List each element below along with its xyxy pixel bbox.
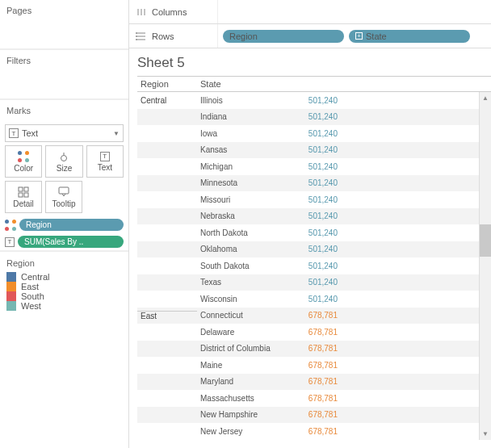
cell-state: Massachusetts [197, 394, 294, 403]
legend-item[interactable]: South [6, 291, 122, 301]
table-row[interactable]: Delaware678,781 [137, 324, 479, 341]
cell-value: 501,240 [294, 211, 341, 220]
table-row[interactable]: Minnesota501,240 [137, 175, 479, 192]
table-row[interactable]: South Dakota501,240 [137, 257, 479, 274]
table-row[interactable]: Indiana501,240 [137, 109, 479, 126]
filters-header: Filters [0, 50, 128, 71]
scrollbar[interactable]: ▲ ▼ [479, 92, 491, 440]
cell-state: Wisconsin [197, 295, 294, 304]
cell-value: 678,781 [294, 344, 341, 353]
columns-icon [136, 7, 147, 17]
cell-value: 501,240 [294, 162, 341, 171]
rows-icon [136, 31, 147, 41]
marks-size-button[interactable]: Size [45, 145, 82, 178]
cell-region: Central [137, 96, 197, 105]
cell-state: Kansas [197, 145, 294, 154]
columns-shelf[interactable]: Columns [129, 0, 491, 24]
cell-state: Delaware [197, 328, 294, 337]
table-row[interactable]: Michigan501,240 [137, 158, 479, 175]
table-row[interactable]: North Dakota501,240 [137, 224, 479, 241]
legend-item[interactable]: Central [6, 272, 122, 282]
filters-panel: Filters [0, 50, 128, 100]
cell-state: Minnesota [197, 178, 294, 187]
table-row[interactable]: Missouri501,240 [137, 191, 479, 208]
color-icon [18, 151, 29, 162]
cell-state: New Jersey [197, 427, 294, 436]
table-row[interactable]: Massachusetts678,781 [137, 390, 479, 407]
cell-value: 501,240 [294, 295, 341, 304]
legend-swatch [6, 301, 16, 311]
cell-state: South Dakota [197, 262, 294, 270]
cell-value: 678,781 [294, 377, 341, 386]
marks-panel: Marks T Text ▼ Color Size T Text [0, 100, 128, 252]
table-row[interactable]: EastConnecticut678,781 [137, 308, 479, 324]
columns-label: Columns [152, 7, 187, 17]
svg-rect-4 [19, 193, 23, 197]
scroll-up-icon[interactable]: ▲ [480, 92, 491, 103]
table-row[interactable]: CentralIllinois501,240 [137, 92, 479, 109]
row-pill-state[interactable]: + State [349, 30, 470, 43]
table-row[interactable]: Oklahoma501,240 [137, 241, 479, 258]
marks-pill-sum[interactable]: SUM(Sales By .. [18, 236, 124, 248]
svg-rect-6 [59, 187, 69, 194]
svg-point-15 [136, 39, 137, 40]
marks-text-button[interactable]: T Text [86, 145, 124, 178]
table-row[interactable]: Kansas501,240 [137, 142, 479, 159]
table-row[interactable]: New Jersey678,781 [137, 423, 479, 440]
cell-state: Missouri [197, 195, 294, 204]
marks-color-button[interactable]: Color [5, 145, 42, 178]
cell-value: 678,781 [294, 427, 341, 436]
marks-tooltip-button[interactable]: Tooltip [45, 181, 82, 213]
svg-rect-5 [24, 193, 28, 197]
marks-type-select[interactable]: T Text ▼ [5, 124, 124, 142]
pages-header: Pages [0, 0, 128, 21]
cell-value: 501,240 [294, 278, 341, 287]
cell-state: Maine [197, 361, 294, 370]
scroll-down-icon[interactable]: ▼ [480, 429, 491, 440]
legend-swatch [6, 291, 16, 301]
table-row[interactable]: Texas501,240 [137, 274, 479, 291]
detail-icon [18, 186, 29, 198]
rows-shelf[interactable]: Rows Region + State [129, 24, 491, 48]
table-row[interactable]: Maryland678,781 [137, 374, 479, 391]
table-row[interactable]: Nebraska501,240 [137, 208, 479, 225]
table-row[interactable]: New Hampshire678,781 [137, 407, 479, 424]
table-row[interactable]: District of Columbia678,781 [137, 341, 479, 358]
table-row[interactable]: Wisconsin501,240 [137, 291, 479, 308]
text-icon: T [9, 128, 19, 138]
expand-icon[interactable]: + [355, 32, 363, 40]
legend-swatch [6, 282, 16, 291]
sheet-title[interactable]: Sheet 5 [137, 55, 491, 71]
row-pill-region[interactable]: Region [223, 30, 344, 43]
cell-state: Indiana [197, 112, 294, 121]
cell-value: 501,240 [294, 178, 341, 187]
cell-state: Nebraska [197, 211, 294, 220]
cell-state: Michigan [197, 162, 294, 171]
cell-value: 501,240 [294, 112, 341, 121]
cell-value: 501,240 [294, 129, 341, 138]
cell-value: 678,781 [294, 328, 341, 337]
cell-value: 678,781 [294, 394, 341, 403]
marks-detail-button[interactable]: Detail [5, 181, 42, 213]
legend-item[interactable]: West [6, 301, 122, 311]
tooltip-icon [58, 186, 69, 198]
svg-point-14 [136, 36, 137, 37]
marks-pill-region[interactable]: Region [19, 219, 124, 231]
svg-rect-3 [24, 187, 28, 191]
legend-label: Central [21, 272, 49, 282]
rows-label: Rows [152, 31, 174, 41]
table-row[interactable]: Iowa501,240 [137, 125, 479, 142]
text-icon: T [5, 237, 15, 247]
cell-state: North Dakota [197, 228, 294, 237]
table-row[interactable]: Maine678,781 [137, 357, 479, 374]
cell-state: District of Columbia [197, 344, 294, 353]
cell-value: 501,240 [294, 96, 341, 105]
cell-state: New Hampshire [197, 410, 294, 419]
scroll-thumb[interactable] [480, 224, 491, 257]
cell-value: 678,781 [294, 410, 341, 419]
cell-value: 501,240 [294, 145, 341, 154]
marks-header: Marks [0, 100, 128, 121]
legend-item[interactable]: East [6, 282, 122, 291]
text-icon: T [100, 152, 110, 161]
cell-state: Connecticut [197, 311, 294, 320]
